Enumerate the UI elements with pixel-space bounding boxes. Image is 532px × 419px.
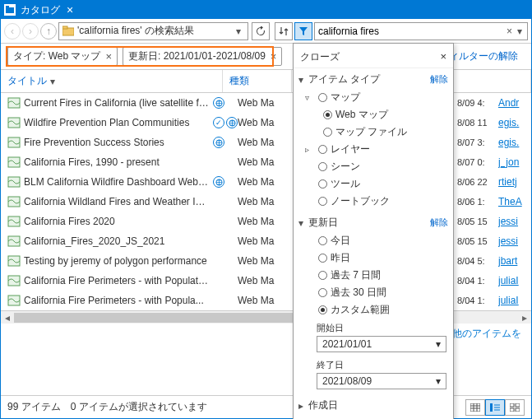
address-bar[interactable]: 'california fires' の検索結果 ▾ [58,22,248,40]
map-item-icon [7,116,21,129]
view-buttons [465,399,525,416]
row-date: 8/07 3: [457,137,498,147]
filter-chip-date[interactable]: 更新日: 2021/01/01-2021/08/09 × [123,47,282,66]
row-owner-link[interactable]: Andr [498,97,528,109]
row-title: Testing by jeremy of polygon performance [24,255,213,267]
nav-forward-button[interactable]: › [22,23,39,40]
radio-icon[interactable] [318,305,327,314]
radio-icon[interactable] [318,162,327,171]
node-layer[interactable]: ▹レイヤー [305,141,448,158]
release-link[interactable]: 解除 [430,73,448,86]
svg-rect-29 [516,403,520,407]
dropdown-icon[interactable]: ▾ [436,338,441,350]
row-owner-link[interactable]: egis. [498,117,528,128]
radio-icon[interactable] [323,128,332,137]
section-item-type[interactable]: ▾ アイテム タイプ 解除 [298,70,448,89]
node-web-map[interactable]: Web マップ [323,106,448,123]
column-title[interactable]: タイトル ▾ [1,70,223,92]
row-type: Web Ma [238,176,287,188]
node-tool[interactable]: ツール [305,175,448,193]
node-custom[interactable]: カスタム範囲 [305,301,448,319]
search-clear-icon[interactable]: × [503,26,516,37]
selection-count: 0 アイテムが選択されています [71,400,207,414]
section-updated[interactable]: ▾ 更新日 解除 [298,213,448,232]
radio-icon[interactable] [318,197,327,206]
row-date: 8/07 0: [457,157,498,167]
node-map[interactable]: ▿マップ [305,89,448,106]
node-map-file[interactable]: マップ ファイル [323,123,448,141]
chip-remove-icon[interactable]: × [271,50,277,63]
section-shared[interactable]: ▸共有 [298,415,448,419]
search-input[interactable] [318,26,503,37]
search-dropdown-icon[interactable]: ▾ [516,26,524,37]
nav-up-button[interactable]: ↑ [40,23,57,40]
row-title: California Wildland Fires and Weather In… [24,196,213,207]
row-owner-link[interactable]: juliaI [498,295,528,306]
view-grid-button[interactable] [505,399,525,416]
row-owner-link[interactable]: egis. [498,137,528,148]
row-type: Web Ma [238,295,287,306]
row-date: 8/04 5: [457,256,498,266]
column-type[interactable]: 種類 [223,70,292,92]
sort-button[interactable] [275,22,293,40]
item-count: 99 アイテム [7,400,61,414]
node-today[interactable]: 今日 [305,232,448,249]
row-owner-link[interactable]: jessi [498,235,528,247]
refresh-button[interactable] [252,22,270,40]
row-date: 8/06 1: [457,197,498,207]
row-type: Web Ma [238,235,287,247]
row-title: California Fires, 1990 - present [24,156,213,168]
chip-label: タイプ: Web マップ [13,49,100,63]
chip-remove-icon[interactable]: × [105,50,112,63]
radio-icon[interactable] [318,254,327,263]
public-badge-icon [213,176,224,188]
row-owner-link[interactable]: j_jon [498,156,528,168]
node-scene[interactable]: シーン [305,158,448,175]
row-owner-link[interactable]: TheA [498,196,528,207]
start-date-label: 開始日 [298,319,448,336]
filter-chip-type[interactable]: タイプ: Web マップ × [7,47,118,66]
radio-icon[interactable] [318,93,327,102]
window-title: カタログ [21,3,60,17]
view-list-button[interactable] [485,399,505,416]
radio-icon[interactable] [318,179,327,189]
row-owner-link[interactable]: rtietj [498,176,528,188]
section-created[interactable]: ▸作成日 [298,396,448,415]
radio-icon[interactable] [318,145,327,154]
node-yesterday[interactable]: 昨日 [305,249,448,267]
radio-icon[interactable] [318,288,327,297]
end-date-input[interactable]: 2021/08/09▾ [317,373,446,389]
map-item-icon [7,136,21,149]
radio-icon[interactable] [318,236,327,245]
start-date-input[interactable]: 2021/01/01▾ [317,336,446,352]
catalog-icon [4,4,16,16]
filter-panel-title: クローズ [300,50,340,64]
row-date: 8/05 15 [457,236,498,246]
node-notebook[interactable]: ノートブック [305,193,448,210]
dropdown-icon[interactable]: ▾ [436,375,441,387]
scroll-left-icon[interactable]: ◂ [1,312,14,324]
nav-back-button[interactable]: ‹ [4,23,21,40]
address-dropdown-icon[interactable]: ▾ [233,26,244,37]
row-owner-link[interactable]: jbart [498,255,528,267]
chip-label: 更新日: 2021/01/01-2021/08/09 [128,49,266,63]
node-last7[interactable]: 過去 7 日間 [305,267,448,284]
radio-icon[interactable] [323,110,332,119]
scroll-right-icon[interactable]: ▸ [518,312,531,324]
filter-panel: クローズ × ▾ アイテム タイプ 解除 ▿マップ Web マップ マップ ファ… [293,43,454,419]
row-owner-link[interactable]: juliaI [498,275,528,286]
filter-panel-close-icon[interactable]: × [440,50,446,64]
view-table-button[interactable] [465,399,485,416]
public-badge-icon [226,117,238,128]
filter-button[interactable] [294,22,312,40]
row-owner-link[interactable]: jessi [498,216,528,227]
tab-close-icon[interactable]: × [67,3,73,16]
radio-icon[interactable] [318,271,327,280]
row-title: Fire Prevention Success Stories [24,137,213,148]
node-last30[interactable]: 過去 30 日間 [305,284,448,301]
search-box[interactable]: × ▾ [314,22,528,40]
svg-rect-24 [490,403,493,412]
row-title: Wildfire Prevention Plan Communities [24,117,213,128]
svg-rect-30 [510,408,514,412]
release-link[interactable]: 解除 [430,216,448,229]
